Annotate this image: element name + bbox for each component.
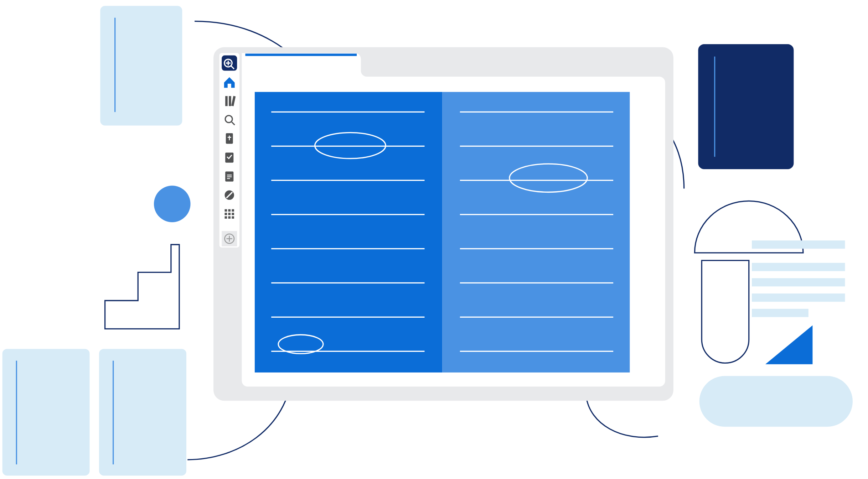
svg-rect-22 [222, 112, 237, 127]
svg-rect-47 [228, 216, 231, 219]
svg-rect-7 [752, 293, 845, 302]
svg-rect-20 [229, 96, 231, 106]
app-logo-icon[interactable] [222, 56, 237, 71]
svg-rect-5 [752, 263, 845, 271]
document-icon[interactable] [222, 168, 237, 184]
illustration-canvas [0, 0, 868, 479]
book-left-page [255, 92, 442, 373]
svg-rect-44 [228, 213, 231, 215]
svg-rect-8 [752, 309, 808, 317]
pill-outline [702, 260, 749, 363]
svg-rect-46 [225, 216, 227, 219]
svg-rect-42 [232, 209, 234, 212]
rounded-pill-pale [699, 376, 853, 427]
pale-text-lines [752, 240, 845, 317]
svg-rect-45 [232, 213, 234, 215]
search-icon[interactable] [222, 112, 237, 127]
pale-card-bottom-left-1 [2, 349, 90, 476]
svg-rect-40 [225, 209, 227, 212]
svg-rect-19 [225, 96, 228, 106]
pale-card-top-left [100, 6, 182, 126]
decorative-circle [154, 186, 191, 222]
svg-rect-6 [752, 278, 845, 286]
checklist-icon[interactable] [222, 150, 237, 165]
sidebar [219, 53, 239, 248]
svg-rect-48 [232, 216, 234, 219]
navy-card [698, 44, 794, 169]
home-icon[interactable] [222, 74, 237, 90]
library-icon[interactable] [222, 93, 237, 108]
triangle [765, 325, 812, 364]
open-book [255, 92, 630, 373]
bible-icon[interactable] [222, 131, 237, 146]
pale-card-bottom-left-2 [99, 349, 186, 476]
svg-rect-41 [228, 209, 231, 212]
stairs-shape [105, 245, 180, 329]
cancel-icon[interactable] [222, 187, 237, 203]
svg-rect-4 [752, 240, 845, 249]
app-window [213, 47, 673, 401]
book-right-page [442, 92, 630, 373]
grid-icon[interactable] [222, 206, 237, 222]
svg-rect-43 [225, 213, 227, 215]
add-icon[interactable] [222, 231, 237, 246]
